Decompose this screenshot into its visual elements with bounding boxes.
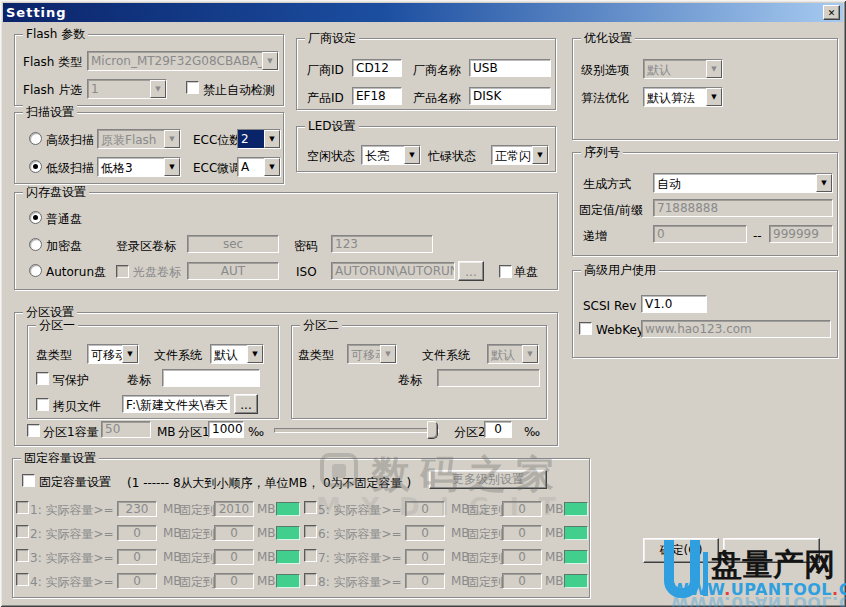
led-idle-select[interactable]: 长亮 ▼ <box>361 145 421 165</box>
ok-button[interactable]: 确定(O) <box>643 538 719 563</box>
slider-thumb[interactable] <box>427 421 438 439</box>
mb-label: MB <box>545 502 564 516</box>
disable-autodetect-checkbox[interactable] <box>186 81 199 94</box>
flash-type-value: Micron_MT29F32G08CBABA_MLC <box>88 52 262 70</box>
led-busy-label: 忙碌状态 <box>428 149 476 163</box>
ecc-bits-select[interactable]: 2 ▼ <box>237 129 281 149</box>
p1-capacity-checkbox[interactable] <box>27 424 40 437</box>
chevron-down-icon: ▼ <box>264 130 280 148</box>
fixed-capacity-input: 0 <box>502 525 542 541</box>
p2-permille-label: ‰ <box>524 425 540 439</box>
vendor-name-label: 厂商名称 <box>413 63 461 77</box>
actual-capacity-input: 0 <box>405 549 445 565</box>
disk-settings-title: 闪存盘设置 <box>23 185 89 199</box>
advanced-user-title: 高级用户使用 <box>581 263 659 277</box>
lowlevel-scan-value: 低格3 <box>98 158 164 176</box>
optimize-level-value: 默认 <box>644 60 706 78</box>
p1-copy-files-label: 拷贝文件 <box>53 399 101 413</box>
color-swatch[interactable] <box>276 526 300 540</box>
close-button[interactable]: ✕ <box>823 5 840 20</box>
product-id-input[interactable]: EF18 <box>352 87 402 105</box>
scsi-rev-input[interactable]: V1.0 <box>641 295 707 313</box>
fixed-capacity-checkbox[interactable] <box>22 474 35 487</box>
fixed-capacity-input: 0 <box>502 501 542 517</box>
ecc-tune-select[interactable]: A ▼ <box>237 157 281 177</box>
color-swatch[interactable] <box>564 502 588 516</box>
led-busy-value: 正常闪 <box>492 146 532 164</box>
fixed-row-8: 8: 实际容量>= 0 MB 固定到 0 MB <box>304 573 592 590</box>
webkey-label: WebKey <box>596 323 644 337</box>
p2-disk-type-value: 可移动 <box>348 345 380 363</box>
p2-ratio-input[interactable]: 0 <box>484 421 512 438</box>
p1-volume-input[interactable] <box>162 369 260 387</box>
p1-copy-path-input[interactable]: F:\新建文件夹\春天 <box>122 395 230 413</box>
product-name-input[interactable]: DISK <box>469 87 551 105</box>
autorun-disk-radio[interactable] <box>29 264 42 277</box>
actual-capacity-input: 230 <box>117 501 157 517</box>
p2-ratio-label: 分区2 <box>454 425 486 439</box>
color-swatch[interactable] <box>276 502 300 516</box>
partition-ratio-slider[interactable] <box>274 428 439 433</box>
chevron-down-icon: ▼ <box>706 88 722 106</box>
actual-capacity-input: 0 <box>405 501 445 517</box>
single-disk-checkbox[interactable] <box>499 265 512 278</box>
led-idle-label: 空闲状态 <box>307 149 355 163</box>
p2-volume-label: 卷标 <box>398 373 422 387</box>
disable-autodetect-label: 禁止自动检测 <box>203 83 275 97</box>
p1-write-protect-checkbox[interactable] <box>36 372 49 385</box>
color-swatch[interactable] <box>564 550 588 564</box>
lowlevel-scan-select[interactable]: 低格3 ▼ <box>97 157 181 177</box>
ecc-bits-label: ECC位数 <box>193 133 241 147</box>
fixed-row-3: 3: 实际容量>= 0 MB 固定到 0 MB <box>16 549 304 566</box>
optimize-algo-select[interactable]: 默认算法 ▼ <box>643 87 723 107</box>
lowlevel-scan-radio[interactable] <box>29 160 42 173</box>
iso-label: ISO <box>296 265 317 279</box>
cancel-button[interactable] <box>723 538 820 563</box>
p1-fs-select[interactable]: 默认 ▼ <box>210 344 264 364</box>
fixed-row-label: 1: 实际容量>= <box>30 502 114 519</box>
fixed-row-label: 3: 实际容量>= <box>30 550 114 567</box>
flash-type-label: Flash 类型 <box>23 55 82 69</box>
normal-disk-radio[interactable] <box>29 211 42 224</box>
vendor-name-input[interactable]: USB <box>469 59 551 77</box>
color-swatch[interactable] <box>564 574 588 588</box>
optimize-level-label: 级别选项 <box>581 63 629 77</box>
p1-browse-button[interactable]: ... <box>234 394 258 414</box>
led-busy-select[interactable]: 正常闪 ▼ <box>491 145 549 165</box>
optimize-algo-label: 算法优化 <box>581 91 629 105</box>
p1-fs-label: 文件系统 <box>154 348 202 362</box>
webkey-checkbox[interactable] <box>579 322 592 335</box>
mb-label: MB <box>545 574 564 588</box>
chevron-down-icon: ▼ <box>262 52 278 70</box>
optimize-level-select: 默认 ▼ <box>643 59 723 79</box>
fixed-row-label: 2: 实际容量>= <box>30 526 114 543</box>
fixed-row-checkbox <box>304 501 317 514</box>
p1-copy-files-checkbox[interactable] <box>36 398 49 411</box>
product-id-label: 产品ID <box>307 91 344 105</box>
fixed-row-label: 7: 实际容量>= <box>318 550 402 567</box>
advanced-scan-radio[interactable] <box>29 132 42 145</box>
serial-inc-label: 递增 <box>583 229 607 243</box>
title-bar: Setting ✕ <box>3 3 843 22</box>
p1-disk-type-select[interactable]: 可移动 ▼ <box>87 344 139 364</box>
chevron-down-icon: ▼ <box>164 130 180 148</box>
vendor-id-input[interactable]: CD12 <box>352 59 402 77</box>
serial-mode-select[interactable]: 自动 ▼ <box>653 173 833 193</box>
color-swatch[interactable] <box>564 526 588 540</box>
fixed-row-6: 6: 实际容量>= 0 MB 固定到 0 MB <box>304 525 592 542</box>
led-title: LED设置 <box>305 119 359 133</box>
password-label: 密码 <box>294 239 318 253</box>
chevron-down-icon: ▼ <box>380 345 396 363</box>
partition2-title: 分区二 <box>300 318 342 332</box>
secure-disk-radio[interactable] <box>29 238 42 251</box>
p1-capacity-input: 50 <box>101 421 151 438</box>
fixed-capacity-input: 0 <box>214 549 254 565</box>
color-swatch[interactable] <box>276 574 300 588</box>
fixed-row-checkbox <box>304 525 317 538</box>
color-swatch[interactable] <box>276 550 300 564</box>
p1-ratio-input[interactable]: 1000 <box>208 421 244 438</box>
flash-select-label: Flash 片选 <box>23 83 82 97</box>
autorun-disk-label: Autorun盘 <box>46 265 106 279</box>
fix-to-label: 固定到 <box>467 574 503 591</box>
flash-type-select: Micron_MT29F32G08CBABA_MLC ▼ <box>87 51 279 71</box>
